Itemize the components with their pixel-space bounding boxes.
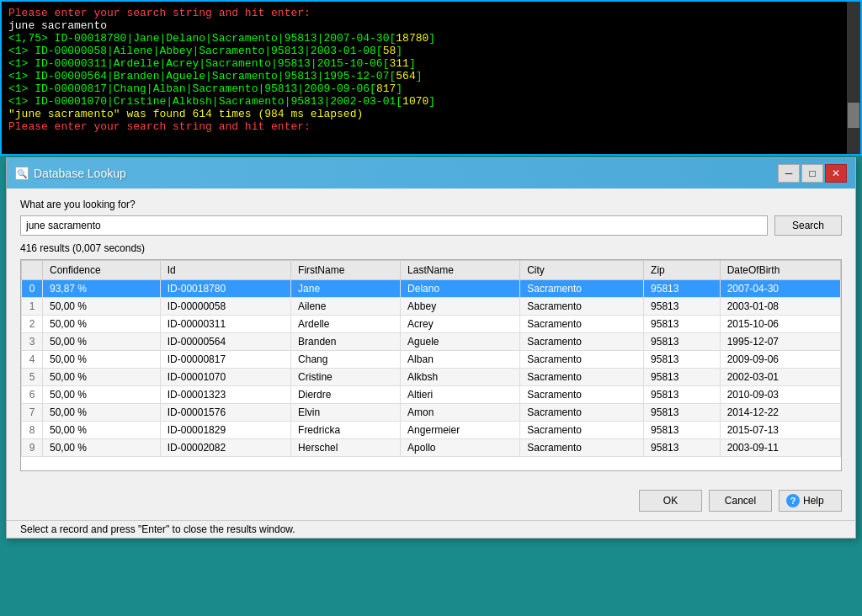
- cell-dob: 2010-09-03: [720, 386, 840, 404]
- cell-city: Sacramento: [520, 316, 644, 333]
- table-row[interactable]: 3 50,00 % ID-00000564 Branden Aguele Sac…: [22, 333, 841, 351]
- table-row[interactable]: 7 50,00 % ID-00001576 Elvin Amon Sacrame…: [22, 404, 841, 422]
- cell-city: Sacramento: [520, 439, 644, 457]
- col-header-firstname: FirstName: [291, 261, 401, 280]
- cell-firstname: Jane: [291, 280, 401, 298]
- cell-city: Sacramento: [520, 422, 644, 439]
- maximize-button[interactable]: □: [801, 164, 823, 183]
- cell-num: 8: [22, 422, 43, 439]
- cell-num: 5: [22, 369, 43, 386]
- table-row[interactable]: 2 50,00 % ID-00000311 Ardelle Acrey Sacr…: [22, 316, 841, 333]
- cell-firstname: Elvin: [291, 404, 401, 422]
- cell-zip: 95813: [644, 333, 721, 351]
- cell-confidence: 50,00 %: [43, 333, 161, 351]
- cell-num: 7: [22, 404, 43, 422]
- cell-zip: 95813: [644, 351, 721, 369]
- search-input[interactable]: [20, 215, 768, 236]
- terminal-line-6: <1> ID-00000817|Chang|Alban|Sacramento|9…: [8, 82, 854, 95]
- cell-lastname: Acrey: [401, 316, 520, 333]
- cell-id: ID-00001070: [160, 369, 290, 386]
- cell-dob: 1995-12-07: [720, 333, 840, 351]
- results-count: 416 results (0,007 seconds): [20, 242, 842, 254]
- results-table-container[interactable]: Confidence Id FirstName LastName City Zi…: [20, 259, 842, 471]
- cell-firstname: Chang: [291, 351, 401, 369]
- dialog-content: What are you looking for? Search 416 res…: [7, 189, 855, 481]
- cell-zip: 95813: [644, 422, 721, 439]
- table-row[interactable]: 9 50,00 % ID-00002082 Herschel Apollo Sa…: [22, 439, 841, 457]
- cell-id: ID-00000564: [160, 333, 290, 351]
- dialog-footer: OK Cancel ? Help: [7, 481, 855, 520]
- cell-id: ID-00000817: [160, 351, 290, 369]
- cell-dob: 2002-03-01: [720, 369, 840, 386]
- table-row[interactable]: 6 50,00 % ID-00001323 Dierdre Altieri Sa…: [22, 386, 841, 404]
- search-button[interactable]: Search: [774, 215, 842, 236]
- cell-id: ID-00001323: [160, 386, 290, 404]
- terminal: Please enter your search string and hit …: [0, 0, 862, 156]
- status-text: Select a record and press "Enter" to clo…: [20, 523, 295, 535]
- table-row[interactable]: 1 50,00 % ID-00000058 Ailene Abbey Sacra…: [22, 298, 841, 316]
- cell-id: ID-00001576: [160, 404, 290, 422]
- help-icon: ?: [786, 494, 800, 507]
- terminal-line-8: "june sacramento" was found 614 times (9…: [8, 108, 854, 120]
- database-lookup-dialog: 🔍 Database Lookup ─ □ ✕ What are you loo…: [6, 157, 856, 539]
- terminal-line-5: <1> ID-00000564|Branden|Aguele|Sacrament…: [8, 70, 854, 82]
- terminal-scrollbar[interactable]: [847, 2, 860, 154]
- cell-confidence: 50,00 %: [43, 316, 161, 333]
- cell-dob: 2003-01-08: [720, 298, 840, 316]
- cell-firstname: Ardelle: [291, 316, 401, 333]
- cell-dob: 2007-04-30: [720, 280, 840, 298]
- cell-firstname: Cristine: [291, 369, 401, 386]
- cell-firstname: Dierdre: [291, 386, 401, 404]
- terminal-scrollbar-thumb[interactable]: [848, 103, 859, 128]
- table-row[interactable]: 4 50,00 % ID-00000817 Chang Alban Sacram…: [22, 351, 841, 369]
- cell-lastname: Apollo: [401, 439, 520, 457]
- table-row[interactable]: 5 50,00 % ID-00001070 Cristine Alkbsh Sa…: [22, 369, 841, 386]
- table-row[interactable]: 0 93,87 % ID-00018780 Jane Delano Sacram…: [22, 280, 841, 298]
- cancel-button[interactable]: Cancel: [709, 490, 772, 512]
- help-button[interactable]: ? Help: [779, 490, 842, 512]
- cell-firstname: Herschel: [291, 439, 401, 457]
- cell-id: ID-00018780: [160, 280, 290, 298]
- cell-lastname: Delano: [401, 280, 520, 298]
- cell-id: ID-00000311: [160, 316, 290, 333]
- minimize-button[interactable]: ─: [778, 164, 800, 183]
- cell-id: ID-00001829: [160, 422, 290, 439]
- cell-firstname: Branden: [291, 333, 401, 351]
- results-table: Confidence Id FirstName LastName City Zi…: [21, 260, 841, 457]
- close-button[interactable]: ✕: [825, 164, 847, 183]
- cell-confidence: 93,87 %: [43, 280, 161, 298]
- cell-confidence: 50,00 %: [43, 386, 161, 404]
- cell-id: ID-00002082: [160, 439, 290, 457]
- cell-lastname: Angermeier: [401, 422, 520, 439]
- cell-zip: 95813: [644, 439, 721, 457]
- cell-city: Sacramento: [520, 369, 644, 386]
- cell-dob: 2009-09-06: [720, 351, 840, 369]
- cell-confidence: 50,00 %: [43, 439, 161, 457]
- cell-dob: 2014-12-22: [720, 404, 840, 422]
- dialog-icon: 🔍: [15, 167, 29, 180]
- terminal-line-1: june sacramento: [8, 19, 854, 32]
- col-header-lastname: LastName: [401, 261, 520, 280]
- cell-zip: 95813: [644, 404, 721, 422]
- terminal-line-3: <1> ID-00000058|Ailene|Abbey|Sacramento|…: [8, 45, 854, 57]
- table-row[interactable]: 8 50,00 % ID-00001829 Fredricka Angermei…: [22, 422, 841, 439]
- terminal-line-0: Please enter your search string and hit …: [8, 7, 854, 19]
- cell-zip: 95813: [644, 369, 721, 386]
- cell-lastname: Abbey: [401, 298, 520, 316]
- cell-num: 6: [22, 386, 43, 404]
- cell-lastname: Alban: [401, 351, 520, 369]
- col-header-dob: DateOfBirth: [720, 261, 840, 280]
- cell-num: 2: [22, 316, 43, 333]
- ok-button[interactable]: OK: [639, 490, 702, 512]
- col-header-city: City: [520, 261, 644, 280]
- help-label: Help: [803, 495, 824, 507]
- cell-num: 9: [22, 439, 43, 457]
- cell-firstname: Fredricka: [291, 422, 401, 439]
- cell-lastname: Amon: [401, 404, 520, 422]
- cell-zip: 95813: [644, 280, 721, 298]
- search-label: What are you looking for?: [20, 199, 842, 210]
- cell-dob: 2015-07-13: [720, 422, 840, 439]
- search-row: Search: [20, 215, 842, 236]
- cell-confidence: 50,00 %: [43, 351, 161, 369]
- cell-confidence: 50,00 %: [43, 369, 161, 386]
